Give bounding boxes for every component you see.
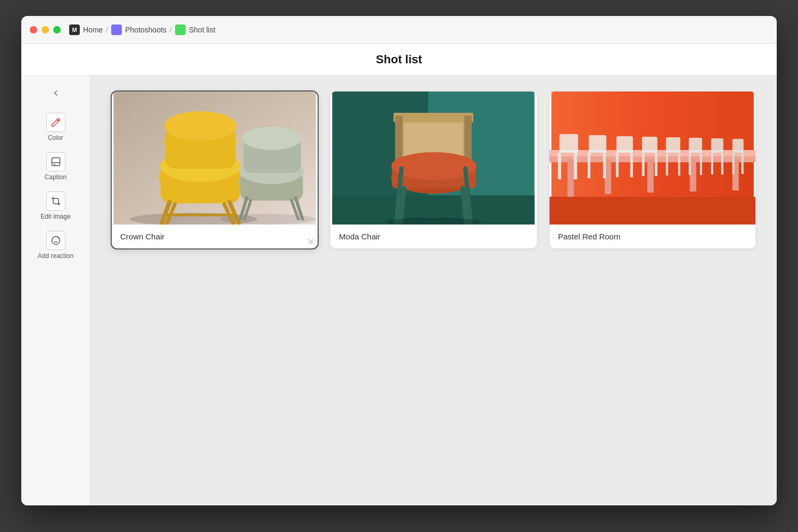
brush-icon	[51, 117, 61, 128]
card-moda-chair[interactable]: Moda Chair	[330, 92, 536, 248]
breadcrumb-sep-2: /	[170, 26, 172, 34]
svg-rect-68	[654, 153, 657, 176]
svg-rect-53	[647, 160, 653, 193]
svg-rect-36	[394, 113, 473, 122]
back-icon	[51, 88, 61, 98]
crown-chair-svg	[112, 92, 318, 225]
svg-rect-62	[603, 153, 605, 178]
svg-rect-73	[688, 153, 691, 175]
svg-point-41	[392, 152, 477, 180]
content-area: Color Caption	[21, 76, 777, 505]
cards-grid: Crown Chair ⇲	[112, 92, 755, 248]
color-icon-container	[46, 113, 65, 132]
shotlist-icon	[175, 24, 186, 35]
crop-icon	[51, 196, 61, 206]
svg-rect-74	[700, 153, 702, 175]
svg-rect-67	[642, 153, 644, 176]
color-label: Color	[48, 134, 63, 142]
crown-chair-caption: Crown Chair ⇲	[112, 225, 318, 248]
moda-chair-title: Moda Chair	[339, 232, 380, 241]
svg-rect-64	[616, 153, 618, 177]
svg-rect-59	[573, 153, 577, 179]
caption-label: Caption	[45, 173, 66, 181]
crown-chair-title: Crown Chair	[120, 232, 164, 241]
minimize-button[interactable]	[41, 26, 49, 34]
moda-chair-svg	[330, 92, 536, 225]
pastel-red-room-svg	[550, 92, 755, 225]
card-crown-chair[interactable]: Crown Chair ⇲	[112, 92, 318, 248]
close-button[interactable]	[30, 26, 37, 34]
svg-rect-70	[666, 153, 668, 176]
caption-icon-container	[46, 152, 65, 171]
moda-chair-caption: Moda Chair	[330, 225, 536, 248]
resize-handle[interactable]: ⇲	[307, 237, 313, 245]
sidebar: Color Caption	[21, 76, 90, 505]
sidebar-item-caption[interactable]: Caption	[32, 148, 80, 185]
pastel-red-room-title: Pastel Red Room	[558, 232, 621, 241]
page-title: Shot list	[376, 53, 422, 66]
edit-image-label: Edit image	[40, 213, 71, 220]
edit-image-icon-container	[46, 192, 65, 211]
home-icon: M	[69, 24, 80, 35]
breadcrumb: M Home / Photoshoots / Shot list	[69, 24, 215, 35]
fullscreen-button[interactable]	[53, 26, 61, 34]
svg-rect-77	[721, 153, 723, 174]
svg-rect-71	[678, 153, 680, 176]
titlebar: M Home / Photoshoots / Shot list	[21, 16, 777, 44]
svg-rect-56	[550, 197, 755, 225]
pastel-red-room-image	[550, 92, 755, 225]
crown-chair-image	[112, 92, 318, 225]
photoshoots-icon	[111, 24, 122, 35]
sidebar-item-edit-image[interactable]: Edit image	[32, 187, 80, 225]
reaction-icon	[51, 235, 61, 246]
svg-point-26	[243, 127, 301, 150]
svg-rect-51	[567, 160, 573, 197]
breadcrumb-home[interactable]: Home	[83, 26, 103, 34]
card-pastel-red-room[interactable]: Pastel Red Room	[550, 92, 755, 248]
svg-rect-61	[587, 153, 590, 178]
main-content: Crown Chair ⇲	[90, 76, 777, 505]
page-header: Shot list	[21, 44, 777, 76]
sidebar-item-color[interactable]: Color	[32, 109, 80, 146]
svg-rect-76	[711, 153, 713, 174]
svg-rect-65	[630, 153, 633, 177]
pastel-red-room-caption: Pastel Red Room	[550, 225, 755, 248]
moda-chair-image	[330, 92, 536, 225]
sidebar-item-add-reaction[interactable]: Add reaction	[32, 227, 80, 264]
svg-rect-80	[741, 153, 743, 174]
caption-icon	[51, 156, 61, 167]
svg-rect-58	[558, 153, 561, 179]
svg-rect-0	[52, 158, 60, 166]
back-button[interactable]	[21, 84, 90, 102]
svg-rect-79	[732, 153, 734, 174]
app-window: M Home / Photoshoots / Shot list Shot li…	[21, 16, 777, 505]
svg-rect-81	[551, 92, 753, 150]
breadcrumb-shotlist[interactable]: Shot list	[189, 26, 215, 34]
breadcrumb-photoshoots[interactable]: Photoshoots	[125, 26, 167, 34]
reaction-icon-container	[46, 231, 65, 250]
breadcrumb-sep-1: /	[106, 26, 108, 34]
traffic-lights	[30, 26, 61, 34]
svg-point-15	[164, 111, 237, 141]
add-reaction-label: Add reaction	[38, 252, 73, 260]
